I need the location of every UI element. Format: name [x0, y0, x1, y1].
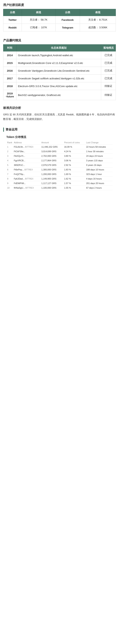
token-percent: 3.80 % — [63, 154, 85, 158]
roadmap-row: 2016Groestlcoin Vanitygen,Groestlcoin Li… — [3, 67, 116, 74]
roadmap-row: 2017Groestlcoin Segwit softfork activate… — [3, 74, 116, 82]
token-last-change: 188 days 10 hours — [85, 167, 113, 172]
token-rank: 3 — [6, 154, 13, 158]
token-row: 7FnQZT6p...1,200,000 GRS1.69 %323 days 1… — [6, 172, 113, 176]
token-row: 2FtCkFSfw...3,014,699 GRS4.24 %1 hour 30… — [6, 149, 113, 154]
community-header-3: 表现 — [80, 9, 116, 16]
token-percent: 1.57 % — [63, 181, 85, 186]
roadmap-row: 2018Electrum-GRS 3.0.6,Trezor One,AGCore… — [3, 82, 116, 90]
token-address: Fp6JDad... BITTREX — [13, 176, 41, 181]
token-row: 3FibXQuYt...2,702,000 GRS3.80 %24 days 2… — [6, 154, 113, 158]
roadmap-plan: Electrum-GRS 3.0.6,Trezor One,AGCore upd… — [16, 82, 101, 90]
token-row: 6Ft6ePep... BITTREX1,300,000 GRS1.83 %18… — [6, 167, 113, 172]
community-section-title: 用户社群活跃度 — [0, 0, 119, 9]
token-last-change: 67 days 2 hours — [85, 186, 113, 190]
roadmap-section-title: 产品履约情况 — [0, 36, 119, 44]
token-last-change: 22 hours 58 minutes — [85, 144, 113, 149]
token-row: 8Fp6JDad... BITTREX1,149,905 GRS1.62 %4 … — [6, 176, 113, 181]
roadmap-status: 待验证 — [101, 82, 116, 90]
roadmap-year: 2014 — [3, 52, 17, 59]
token-last-change: 201 days 20 hours — [85, 181, 113, 186]
facebook-metric: 关注者： 8.751K — [80, 16, 116, 24]
token-rank: 8 — [6, 176, 13, 181]
token-amount: 11,446,152 GRS — [41, 144, 63, 149]
reddit-metric: 订阅者： 107K — [22, 24, 55, 32]
token-row: 1FGL8LNt... BITTREX11,446,152 GRS16.09 %… — [6, 144, 113, 149]
twitter-metric: 关注者： 58.7K — [22, 16, 55, 24]
roadmap-row: 2015Multigroestl,Groestlcoin Core v2.11.… — [3, 59, 116, 67]
token-rank: 10 — [6, 186, 13, 190]
token-amount: 1,117,127 GRS — [41, 181, 63, 186]
token-address: FdDWFWt... — [13, 181, 41, 186]
token-rank: 7 — [6, 172, 13, 176]
token-amount: 1,300,000 GRS — [41, 167, 63, 172]
roadmap-row: 2019 -futureBech32 vanitygenerator, Graf… — [3, 90, 116, 100]
fund-section-header: 资金运用 — [3, 128, 116, 132]
community-table-wrap: 分类 表现 分类 表现 Twitter 关注者： 58.7K Facebook … — [0, 9, 119, 36]
community-row-twitter: Twitter 关注者： 58.7K Facebook 关注者： 8.751K — [3, 16, 116, 24]
token-table: Rank Address Amount Percent of coins Las… — [6, 140, 113, 190]
platform-twitter: Twitter — [3, 16, 22, 24]
token-percent: 1.55 % — [63, 186, 85, 190]
roadmap-status: 已完成 — [101, 67, 116, 74]
token-percent: 16.09 % — [63, 144, 85, 149]
token-amount: 1,149,905 GRS — [41, 176, 63, 181]
roadmap-plan: Groestlcoin Vanitygen,Groestlcoin Lite,G… — [16, 67, 101, 74]
platform-reddit: Reddit — [3, 24, 22, 32]
community-header-0: 分类 — [3, 9, 22, 16]
roadmap-plan: Groestlcoin launch,Tippingbot,Android wa… — [16, 52, 101, 59]
token-rank: 5 — [6, 163, 13, 167]
fund-accent-bar — [3, 128, 4, 132]
token-amount: 3,014,699 GRS — [41, 149, 63, 154]
community-row-reddit: Reddit 订阅者： 107K Telegram 成员数： 3.506K — [3, 24, 116, 32]
token-header-address: Address — [13, 140, 41, 145]
token-rank: 6 — [6, 167, 13, 172]
community-header-1: 表现 — [22, 9, 55, 16]
token-header-lastchange: Last Change — [85, 140, 113, 145]
token-address: 365DPzC... — [13, 163, 41, 167]
token-amount: 1,100,000 GRS — [41, 186, 63, 190]
token-last-change: 3 years 115 days — [85, 158, 113, 163]
token-address: FtCkFSfw... — [13, 149, 41, 154]
community-table: 分类 表现 分类 表现 Twitter 关注者： 58.7K Facebook … — [3, 9, 116, 32]
token-header-rank: Rank — [6, 140, 13, 145]
token-percent: 2.92 % — [63, 163, 85, 167]
token-rank: 2 — [6, 149, 13, 154]
token-percent: 1.62 % — [63, 176, 85, 181]
token-rank: 9 — [6, 181, 13, 186]
analysis-content: GRS 近 90 天代码无更新，但社区关注度很高，尤其是 Reddit。线路图跨… — [3, 112, 116, 122]
roadmap-year: 2019 -future — [3, 90, 17, 100]
roadmap-status: 已完成 — [101, 59, 116, 67]
fund-section: 资金运用 Token 分布情况 Rank Address Amount Perc… — [0, 126, 119, 192]
token-amount: 2,076,579 GRS — [41, 163, 63, 167]
token-percent: 3.06 % — [63, 158, 85, 163]
token-row: 10fHNaSgU... BITTREX1,100,000 GRS1.55 %6… — [6, 186, 113, 190]
telegram-metric: 成员数： 3.506K — [80, 24, 116, 32]
roadmap-status: 已完成 — [101, 52, 116, 59]
roadmap-header-2: 落地情况 — [101, 44, 116, 52]
token-last-change: 323 days 1 hour — [85, 172, 113, 176]
token-last-change: 1 hour 30 minutes — [85, 149, 113, 154]
roadmap-row: 2014Groestlcoin launch,Tippingbot,Androi… — [3, 52, 116, 59]
roadmap-plan: Multigroestl,Groestlcoin Core v2.11.0,Ea… — [16, 59, 101, 67]
token-header-amount: Amount — [41, 140, 63, 145]
analysis-section: 标准共识分析 GRS 近 90 天代码无更新，但社区关注度很高，尤其是 Redd… — [0, 104, 119, 126]
token-rank: 4 — [6, 158, 13, 163]
token-address: FibXQuYt... — [13, 154, 41, 158]
token-address: fHNaSgU... BITTREX — [13, 186, 41, 190]
token-last-change: 4 days 16 hours — [85, 176, 113, 181]
roadmap-year: 2016 — [3, 67, 17, 74]
roadmap-year: 2015 — [3, 59, 17, 67]
token-amount: 1,200,000 GRS — [41, 172, 63, 176]
token-address: FgyVRCB... — [13, 158, 41, 163]
token-address: FGL8LNt... BITTREX — [13, 144, 41, 149]
token-amount: 2,177,864 GRS — [41, 158, 63, 163]
token-amount: 2,702,000 GRS — [41, 154, 63, 158]
roadmap-header-1: 生态体系规划 — [16, 44, 101, 52]
community-header-2: 分类 — [55, 9, 80, 16]
roadmap-year: 2018 — [3, 82, 17, 90]
roadmap-plan: Groestlcoin Segwit softfork activated,Va… — [16, 74, 101, 82]
roadmap-table: 时间 生态体系规划 落地情况 2014Groestlcoin launch,Ti… — [3, 44, 116, 100]
token-percent: 1.83 % — [63, 167, 85, 172]
token-row: 5365DPzC...2,076,579 GRS2.92 %0 years 16… — [6, 163, 113, 167]
